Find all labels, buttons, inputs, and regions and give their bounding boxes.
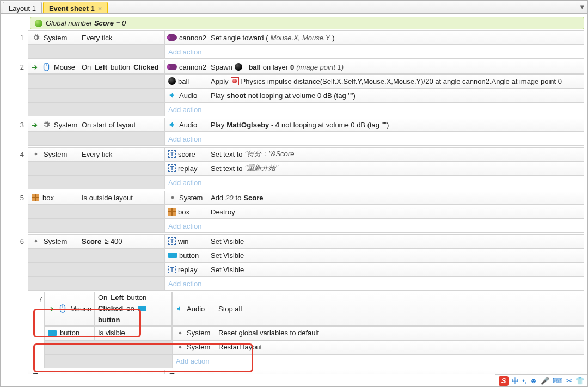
ime-item[interactable]: 🎤 <box>541 377 549 385</box>
condition-text: Every tick <box>82 150 112 158</box>
condition-blank[interactable] <box>28 262 165 277</box>
add-action-link[interactable]: Add action <box>165 277 584 291</box>
condition-cell[interactable]: ball Is outside layout <box>28 370 165 374</box>
action-cell[interactable]: System Add 20 to Score <box>165 191 584 205</box>
condition-cell[interactable]: ➔System On start of layout <box>28 118 165 132</box>
action-cell[interactable]: System Reset global variables to default <box>173 326 584 340</box>
action-cell[interactable]: cannon2 Spawn ball on layer 0 (image poi… <box>165 60 584 74</box>
add-action-link[interactable]: Add action <box>165 132 584 146</box>
action-cell[interactable]: ball Destroy <box>165 370 584 374</box>
object-label: button <box>179 251 199 260</box>
ime-item[interactable]: ☻ <box>530 377 537 385</box>
action-cell[interactable]: Audio Stop all <box>173 292 584 326</box>
object-label: System <box>44 34 67 42</box>
physics-icon <box>231 77 239 85</box>
condition-blank[interactable] <box>28 277 165 291</box>
condition-cell[interactable]: box Is outside layout <box>28 191 165 205</box>
action-cell[interactable]: Audio Play MattOglseby - 4 not looping a… <box>165 118 584 132</box>
condition-blank[interactable] <box>28 219 165 233</box>
cannon-icon <box>168 64 177 70</box>
condition-cell[interactable]: System Every tick <box>28 147 165 161</box>
object-label: cannon2 <box>179 63 206 71</box>
add-action-link[interactable]: Add action <box>165 102 584 116</box>
trigger-arrow-icon: ➔ <box>48 305 54 313</box>
action-cell[interactable]: Audio Play shoot not looping at volume 0… <box>165 88 584 102</box>
ball-icon <box>168 373 176 374</box>
tab-eventsheet[interactable]: Event sheet 1 × <box>43 2 108 13</box>
action-text: Restart layout <box>215 341 584 354</box>
close-icon[interactable]: × <box>98 4 102 13</box>
condition-blank[interactable] <box>28 132 165 146</box>
tab-layout[interactable]: Layout 1 <box>3 2 42 13</box>
add-action-link[interactable]: Add action <box>165 175 584 189</box>
tab-dropdown-icon[interactable]: ▾ <box>580 3 584 11</box>
action-text: Set Visible <box>207 263 584 276</box>
action-text: Play MattOglseby - 4 not looping at volu… <box>207 118 584 131</box>
gear-icon <box>32 33 40 42</box>
event-row: 5 box Is outside layout System Add 20 to… <box>11 191 584 233</box>
ball-icon <box>168 77 176 85</box>
add-action-link[interactable]: Add action <box>165 45 584 59</box>
condition-blank[interactable] <box>28 175 165 189</box>
condition-cell[interactable]: ➔Mouse On Left button Clicked <box>28 60 165 74</box>
action-cell[interactable]: button Set Visible <box>165 248 584 262</box>
action-cell[interactable]: Twin Set Visible <box>165 234 584 248</box>
global-variable-text: Global number Score = 0 <box>46 19 126 27</box>
action-cell[interactable]: cannon2 Set angle toward (Mouse.X, Mouse… <box>165 30 584 45</box>
condition-blank[interactable] <box>44 354 173 368</box>
add-action-link[interactable]: Add action <box>173 354 584 368</box>
condition-text: On Left button Clicked on button <box>95 292 172 325</box>
button-sprite-icon <box>48 330 57 336</box>
condition-cell[interactable]: System Score ≥ 400 <box>28 234 165 248</box>
action-cell[interactable]: Treplay Set text to "重新开始" <box>165 161 584 175</box>
row-number: 3 <box>11 118 28 146</box>
object-label: score <box>178 150 195 158</box>
object-label: replay <box>178 266 197 274</box>
audio-icon <box>176 304 185 313</box>
sogou-icon[interactable]: S <box>499 376 509 386</box>
box-icon <box>32 194 39 201</box>
row-number: 8 <box>11 370 28 374</box>
object-label: System <box>179 194 203 202</box>
condition-blank[interactable] <box>28 88 165 102</box>
condition-cell[interactable]: button Is visible <box>44 326 173 340</box>
trigger-arrow-icon: ➔ <box>32 121 38 129</box>
condition-text: Every tick <box>82 34 112 42</box>
object-label: ball <box>178 372 189 374</box>
condition-cell[interactable]: ➔Mouse On Left button Clicked on button <box>44 292 173 326</box>
ime-item[interactable]: 中 <box>512 376 519 386</box>
ime-item[interactable]: ✂ <box>566 377 572 385</box>
event-sheet: Global number Score = 0 1 System Every t… <box>1 14 587 374</box>
condition-blank[interactable] <box>28 248 165 262</box>
condition-blank[interactable] <box>44 340 173 354</box>
audio-icon <box>168 120 177 129</box>
sub-event-row: 7 ➔Mouse On Left button Clicked on butto… <box>35 292 584 368</box>
ime-item[interactable]: 👕 <box>575 377 584 385</box>
action-cell[interactable]: System Restart layout <box>173 340 584 354</box>
action-cell[interactable]: Tscore Set text to "得分："&Score <box>165 147 584 161</box>
row-number: 4 <box>11 147 28 189</box>
action-text: Apply Physics impulse distance(Self.X,Se… <box>207 75 584 88</box>
ime-item[interactable]: ⌨ <box>553 377 563 385</box>
action-text: Reset global variables to default <box>215 327 584 340</box>
action-text: Destroy <box>207 370 584 374</box>
condition-cell[interactable]: System Every tick <box>28 30 165 45</box>
globe-icon <box>35 20 42 27</box>
action-cell[interactable]: ball Apply Physics impulse distance(Self… <box>165 74 584 88</box>
condition-blank[interactable] <box>28 205 165 219</box>
mouse-icon <box>58 304 67 313</box>
ball-icon <box>235 63 242 71</box>
add-action-link[interactable]: Add action <box>165 219 584 233</box>
condition-blank[interactable] <box>28 74 165 88</box>
condition-blank[interactable] <box>28 45 165 59</box>
row-number: 6 <box>11 234 28 368</box>
action-cell[interactable]: box Destroy <box>165 205 584 219</box>
action-cell[interactable]: Treplay Set Visible <box>165 262 584 277</box>
condition-blank[interactable] <box>28 102 165 116</box>
condition-blank[interactable] <box>28 161 165 175</box>
gear-icon <box>176 343 185 352</box>
ime-item[interactable]: •, <box>522 377 526 385</box>
global-variable-row[interactable]: Global number Score = 0 <box>30 17 584 29</box>
ime-toolbar[interactable]: S 中 •, ☻ 🎤 ⌨ ✂ 👕 <box>495 374 587 386</box>
event-row: 2 ➔Mouse On Left button Clicked cannon2 … <box>11 60 584 116</box>
